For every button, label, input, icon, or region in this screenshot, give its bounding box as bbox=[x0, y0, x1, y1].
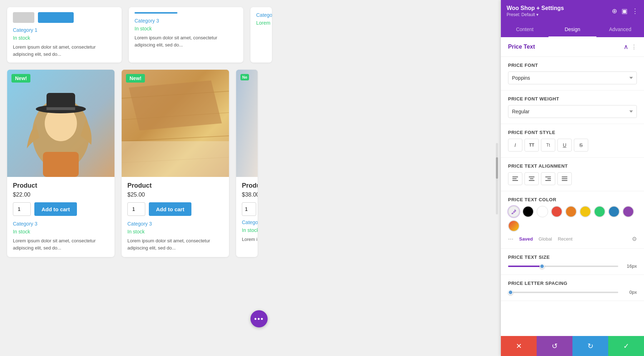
font-style-uppercase[interactable]: TT bbox=[525, 139, 539, 152]
price-text-alignment-label: Price Text Alignment bbox=[508, 163, 637, 169]
price-font-field: Price Font Poppins Arial Georgia Helveti… bbox=[501, 57, 644, 90]
price-text-size-field: Price Text Size 16px bbox=[501, 249, 644, 275]
product-card-bottom-3: Ne Produ $38.00 Category In stock Lorem … bbox=[236, 70, 258, 257]
scroll-indicator bbox=[496, 143, 498, 214]
product-qty-2[interactable] bbox=[127, 202, 145, 216]
eyedropper-icon bbox=[511, 209, 516, 214]
price-letter-spacing-slider-row: 0px bbox=[508, 290, 637, 295]
product-stock-top-2: In stock bbox=[135, 26, 238, 31]
product-category-bottom-2: Category 3 bbox=[127, 221, 223, 227]
product-title-1: Product bbox=[13, 182, 109, 189]
font-style-capitalize[interactable]: Tt bbox=[541, 139, 555, 152]
price-font-weight-select[interactable]: Regular Bold Light Medium SemiBold bbox=[508, 105, 637, 118]
product-row-top: Category 1 In stock Lorem ipsum dolor si… bbox=[7, 7, 494, 63]
color-swatch-blue[interactable] bbox=[608, 206, 620, 217]
color-swatch-black[interactable] bbox=[522, 206, 534, 217]
product-image-wrap-2: New! bbox=[122, 70, 229, 177]
price-letter-spacing-label: Price Letter Spacing bbox=[508, 281, 637, 286]
color-swatches bbox=[508, 206, 637, 232]
svg-rect-14 bbox=[236, 70, 258, 177]
product-card-top-3: Catego Lorem ip bbox=[250, 7, 272, 63]
product-price-2: $25.00 bbox=[127, 192, 223, 198]
product-row-bottom: New! Product $22.00 Add to cart Category… bbox=[7, 70, 494, 257]
color-tab-global[interactable]: Global bbox=[538, 236, 552, 242]
align-right-button[interactable] bbox=[541, 172, 555, 185]
product-card-top-1: Category 1 In stock Lorem ipsum dolor si… bbox=[7, 7, 122, 63]
more-icon[interactable]: ⋮ bbox=[632, 7, 638, 15]
price-letter-spacing-slider[interactable] bbox=[508, 292, 618, 293]
settings-panel: Woo Shop + Settings Preset: Default ▾ ⊕ … bbox=[501, 0, 644, 356]
tab-design[interactable]: Design bbox=[548, 22, 596, 37]
product-card-bottom-1: New! Product $22.00 Add to cart Category… bbox=[7, 70, 114, 257]
undo-button[interactable]: ↺ bbox=[537, 336, 572, 356]
color-eyedropper[interactable] bbox=[508, 206, 519, 217]
section-more-icon[interactable]: ⋮ bbox=[631, 44, 637, 50]
target-icon[interactable]: ⊕ bbox=[612, 7, 617, 15]
bottom-action-bar: ✕ ↺ ↻ ✓ bbox=[501, 336, 644, 356]
product-price-1: $22.00 bbox=[13, 192, 109, 198]
panel-body: Price Text ∧ ⋮ Price Font Poppins Arial … bbox=[501, 37, 644, 356]
font-style-strikethrough[interactable]: S bbox=[574, 139, 588, 152]
color-tab-recent[interactable]: Recent bbox=[558, 236, 572, 242]
color-tab-saved[interactable]: Saved bbox=[519, 236, 533, 242]
price-text-alignment-field: Price Text Alignment bbox=[501, 158, 644, 191]
panel-header: Woo Shop + Settings Preset: Default ▾ ⊕ … bbox=[501, 0, 644, 22]
product-stock-bottom-3: In stock bbox=[242, 227, 252, 233]
price-font-style-label: Price Font Style bbox=[508, 130, 637, 135]
product-desc-bottom-1: Lorem ipsum dolor sit amet, consectetur … bbox=[13, 237, 109, 251]
product-category-bottom-3: Category bbox=[242, 219, 252, 225]
tab-advanced[interactable]: Advanced bbox=[596, 22, 644, 37]
product-qty-3[interactable] bbox=[242, 202, 256, 216]
price-font-select[interactable]: Poppins Arial Georgia Helvetica bbox=[508, 71, 637, 84]
floating-dots-button[interactable]: ••• bbox=[250, 310, 268, 327]
product-price-3: $38.00 bbox=[242, 192, 252, 198]
product-category-bottom-1: Category 3 bbox=[13, 221, 109, 227]
product-desc-bottom-3: Lorem ip bbox=[242, 236, 252, 243]
align-left-button[interactable] bbox=[508, 172, 522, 185]
redo-button[interactable]: ↻ bbox=[572, 336, 608, 356]
product-image-svg-1 bbox=[7, 70, 114, 177]
layout-icon[interactable]: ▣ bbox=[621, 7, 628, 15]
align-center-button[interactable] bbox=[525, 172, 539, 185]
align-justify-button[interactable] bbox=[557, 172, 572, 185]
panel-header-info: Woo Shop + Settings Preset: Default ▾ bbox=[507, 5, 564, 17]
price-letter-spacing-field: Price Letter Spacing 0px bbox=[501, 275, 644, 301]
price-font-weight-field: Price Font Weight Regular Bold Light Med… bbox=[501, 90, 644, 124]
price-text-size-slider[interactable] bbox=[508, 266, 618, 267]
tab-content[interactable]: Content bbox=[501, 22, 548, 37]
color-swatch-white[interactable] bbox=[537, 206, 548, 217]
product-desc-top-2: Lorem ipsum dolor sit amet, consectetur … bbox=[135, 34, 238, 48]
price-text-section-header: Price Text ∧ ⋮ bbox=[501, 37, 644, 57]
product-qty-1[interactable] bbox=[13, 202, 31, 216]
color-swatch-purple[interactable] bbox=[623, 206, 634, 217]
cancel-button[interactable]: ✕ bbox=[501, 336, 537, 356]
product-stock-bottom-1: In stock bbox=[13, 229, 109, 234]
section-header-icons: ∧ ⋮ bbox=[624, 43, 637, 51]
color-swatch-red[interactable] bbox=[551, 206, 562, 217]
font-style-italic[interactable]: I bbox=[508, 139, 522, 152]
product-title-3: Produ bbox=[242, 182, 252, 189]
color-settings-gear-icon[interactable]: ⚙ bbox=[632, 236, 637, 242]
product-info-1: Product $22.00 Add to cart Category 3 In… bbox=[7, 177, 114, 257]
color-more-dots[interactable]: ··· bbox=[508, 235, 513, 243]
product-new-badge-1: New! bbox=[11, 74, 30, 83]
color-swatch-orange[interactable] bbox=[565, 206, 577, 217]
section-collapse-icon[interactable]: ∧ bbox=[624, 43, 628, 51]
product-actions-2: Add to cart bbox=[127, 202, 223, 216]
add-to-cart-button-1[interactable]: Add to cart bbox=[34, 202, 77, 216]
save-button[interactable]: ✓ bbox=[608, 336, 644, 356]
font-style-underline[interactable]: U bbox=[557, 139, 572, 152]
floating-dots-icon: ••• bbox=[254, 315, 264, 323]
color-swatch-green[interactable] bbox=[594, 206, 605, 217]
add-to-cart-button-2[interactable]: Add to cart bbox=[149, 202, 191, 216]
color-swatch-gradient[interactable] bbox=[508, 220, 519, 232]
color-tabs-row: ··· Saved Global Recent ⚙ bbox=[508, 235, 637, 243]
product-image-3 bbox=[236, 70, 258, 177]
color-swatch-yellow[interactable] bbox=[580, 206, 591, 217]
product-info-2: Product $25.00 Add to cart Category 3 In… bbox=[122, 177, 229, 257]
product-card-top-2: Category 3 In stock Lorem ipsum dolor si… bbox=[129, 7, 243, 63]
font-style-buttons: I TT Tt U S bbox=[508, 139, 637, 152]
svg-marker-12 bbox=[129, 80, 222, 130]
product-actions-1: Add to cart bbox=[13, 202, 109, 216]
main-product-area: Category 1 In stock Lorem ipsum dolor si… bbox=[0, 0, 501, 356]
